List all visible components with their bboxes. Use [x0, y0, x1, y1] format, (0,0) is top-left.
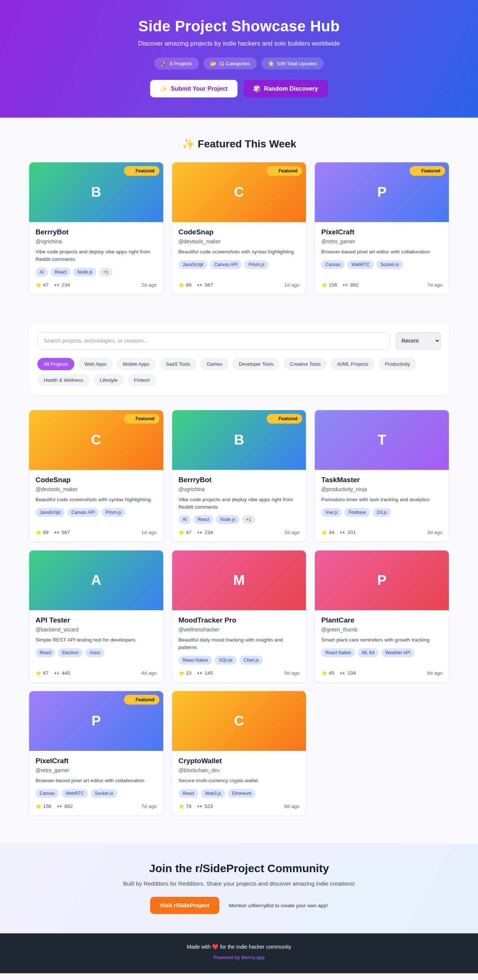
tech-tag: WebRTC [62, 789, 88, 798]
project-title: MoodTracker Pro [178, 616, 236, 624]
favorite-heart-icon[interactable]: 🤍 [146, 228, 157, 237]
filter-chip-all-projects[interactable]: All Projects [37, 358, 74, 370]
favorite-heart-icon[interactable]: 🤍 [432, 228, 443, 237]
powered-by-link[interactable]: Powered by Berrry.app [213, 955, 264, 960]
creator-handle[interactable]: @backend_wizard [35, 627, 157, 633]
favorite-heart-icon[interactable]: 🤍 [289, 476, 300, 484]
filter-chip-creative-tools[interactable]: Creative Tools [284, 358, 327, 370]
tag-list: AIReactNode.js+1 [178, 515, 300, 524]
creator-handle[interactable]: @devtools_maker [178, 239, 300, 245]
project-letter: P [91, 713, 101, 729]
star-icon: ⭐ [35, 530, 41, 535]
project-card[interactable]: ✨ Featured P PixelCraft 🤍 @retro_gamer B… [29, 691, 164, 816]
star-icon: ⭐ [178, 670, 185, 676]
project-title: PixelCraft [321, 228, 354, 236]
filter-chip-health-wellness[interactable]: Health & Wellness [37, 374, 90, 386]
project-card[interactable]: M MoodTracker Pro 🤍 @wellnesshacker Beau… [172, 550, 307, 682]
project-card[interactable]: A API Tester 🤍 @backend_wizard Simple RE… [29, 550, 164, 682]
featured-badge: ✨ Featured [267, 414, 302, 423]
project-title: CodeSnap [35, 476, 70, 484]
favorite-heart-icon[interactable]: 🤍 [432, 616, 443, 625]
tag-list: AIReactNode.js+1 [35, 267, 157, 277]
project-card[interactable]: ✨ Featured C CodeSnap 🤍 @devtools_maker … [172, 162, 307, 294]
project-title: API Tester [35, 616, 70, 624]
hero-actions: ✨ Submit Your Project 🎲 Random Discovery [0, 80, 478, 97]
star-icon: ⭐ [178, 282, 185, 288]
favorite-heart-icon[interactable]: 🤍 [289, 616, 300, 625]
favorite-heart-icon[interactable]: 🤍 [146, 476, 157, 484]
project-thumbnail: ✨ Featured P [29, 691, 163, 751]
filter-chip-fintech[interactable]: Fintech [128, 374, 156, 386]
favorite-heart-icon[interactable]: 🤍 [146, 616, 157, 625]
eyes-icon: 👀 [343, 282, 349, 288]
tag-list: ReactWeb3.jsEthereum [178, 789, 300, 798]
project-card[interactable]: C CryptoWallet 🤍 @blockchain_dev Secure … [172, 691, 307, 816]
upvotes-stat: ⭐ 89 [178, 282, 191, 288]
views-stat: 👀 234 [54, 282, 70, 288]
card-stats: ⭐ 156 👀 892 7d ago [321, 277, 443, 288]
favorite-heart-icon[interactable]: 🤍 [432, 476, 443, 484]
filter-chip-lifestyle[interactable]: Lifestyle [93, 374, 124, 386]
filter-chip-developer-tools[interactable]: Developer Tools [232, 358, 280, 370]
favorite-heart-icon[interactable]: 🤍 [289, 228, 300, 237]
random-discovery-label: Random Discovery [264, 86, 318, 92]
project-thumbnail: M [172, 550, 306, 610]
project-description: Browser-based pixel art editor with coll… [321, 248, 443, 256]
age-label: 1d ago [284, 282, 300, 288]
filter-chip-mobile-apps[interactable]: Mobile Apps [116, 358, 156, 370]
favorite-heart-icon[interactable]: 🤍 [146, 757, 157, 765]
sort-select[interactable]: Recent [396, 332, 441, 350]
project-card[interactable]: ✨ Featured B BerrryBot 🤍 @vgrichina Vibe… [29, 162, 164, 294]
cta-note: Mention u/BerrryBot to create your own a… [229, 903, 328, 908]
filter-chip-web-apps[interactable]: Web Apps [78, 358, 113, 370]
project-letter: C [91, 432, 101, 448]
project-card[interactable]: ✨ Featured C CodeSnap 🤍 @devtools_maker … [29, 410, 164, 542]
project-thumbnail: ✨ Featured B [172, 410, 306, 470]
card-stats: ⭐ 67 👀 445 4d ago [35, 665, 157, 676]
tech-tag: Prism.js [102, 508, 126, 517]
eyes-icon: 👀 [54, 670, 60, 676]
creator-handle[interactable]: @vgrichina [35, 239, 157, 245]
project-card[interactable]: ✨ Featured B BerrryBot 🤍 @vgrichina Vibe… [172, 410, 307, 542]
random-discovery-button[interactable]: 🎲 Random Discovery [244, 80, 328, 97]
eyes-icon: 👀 [54, 530, 60, 535]
upvotes-stat: ⭐ 34 [321, 530, 334, 535]
sparkles-icon: ✨ [182, 138, 195, 150]
card-stats: ⭐ 23 👀 145 5d ago [178, 665, 300, 676]
tag-list: React NativeML KitWeather API [321, 648, 443, 657]
visit-subreddit-button[interactable]: Visit r/SideProject [150, 897, 219, 914]
tech-tag: JavaScript [35, 508, 65, 517]
creator-handle[interactable]: @vgrichina [178, 486, 300, 492]
extra-tags-count: +1 [242, 515, 255, 524]
filter-chip-games[interactable]: Games [200, 358, 229, 370]
creator-handle[interactable]: @retro_gamer [35, 767, 157, 773]
tech-tag: Socket.io [376, 260, 403, 269]
creator-handle[interactable]: @wellnesshacker [178, 627, 300, 633]
search-input[interactable] [37, 332, 390, 350]
submit-project-button[interactable]: ✨ Submit Your Project [150, 80, 237, 97]
project-card[interactable]: ✨ Featured P PixelCraft 🤍 @retro_gamer B… [314, 162, 449, 294]
star-icon: ⭐ [35, 803, 41, 809]
project-card[interactable]: P PlantCare 🤍 @green_thumb Smart plant c… [314, 550, 449, 682]
creator-handle[interactable]: @productivity_ninja [321, 486, 443, 492]
project-thumbnail: C [172, 691, 306, 751]
stat-icon: 📂 [210, 60, 217, 67]
filter-chip-productivity[interactable]: Productivity [379, 358, 416, 370]
creator-handle[interactable]: @blockchain_dev [178, 767, 300, 773]
tech-tag: Node.js [216, 515, 239, 524]
favorite-heart-icon[interactable]: 🤍 [289, 757, 300, 765]
card-stats: ⭐ 47 👀 234 2d ago [35, 277, 157, 288]
upvotes-stat: ⭐ 45 [321, 670, 334, 676]
filter-chip-ai-ml-projects[interactable]: AI/ML Projects [330, 358, 374, 370]
sparkles-icon: ✨ [160, 85, 167, 92]
filter-chip-saas-tools[interactable]: SaaS Tools [159, 358, 197, 370]
project-card[interactable]: T TaskMaster 🤍 @productivity_ninja Pomod… [314, 410, 449, 542]
creator-handle[interactable]: @retro_gamer [321, 239, 443, 245]
project-thumbnail: ✨ Featured P [315, 162, 449, 222]
star-icon: ⭐ [35, 282, 41, 288]
creator-handle[interactable]: @devtools_maker [35, 486, 157, 492]
creator-handle[interactable]: @green_thumb [321, 627, 443, 633]
featured-section: ✨ Featured This Week ✨ Featured B Berrry… [29, 138, 449, 294]
views-stat: 👀 892 [57, 803, 73, 809]
tag-list: JavaScriptCanvas APIPrism.js [178, 260, 300, 269]
